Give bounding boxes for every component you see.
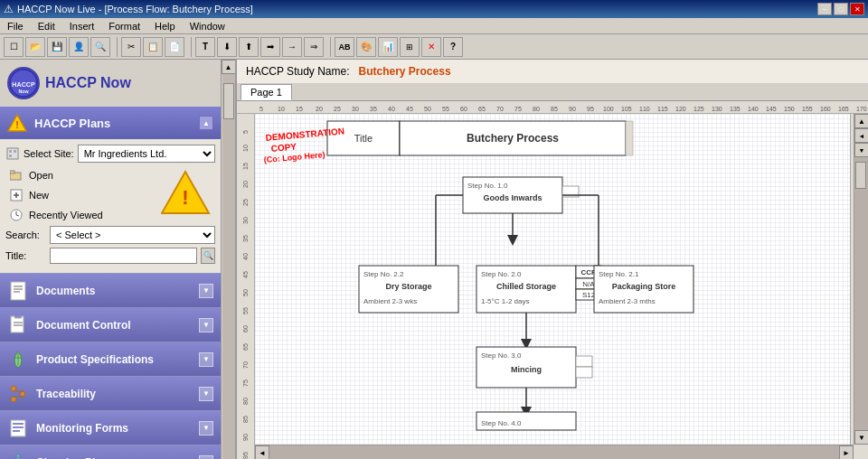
vscroll-thumb[interactable] bbox=[855, 162, 866, 189]
cleanplans-expand[interactable]: ▼ bbox=[199, 455, 213, 460]
search-select[interactable]: < Select > bbox=[50, 226, 215, 244]
svg-rect-24 bbox=[14, 315, 22, 318]
open-icon bbox=[9, 168, 24, 183]
haccp-plans-header: ! HACCP Plans ▲ bbox=[0, 107, 221, 139]
vscroll-up-button[interactable]: ▲ bbox=[854, 114, 868, 128]
svg-text:65: 65 bbox=[242, 343, 249, 351]
svg-text:25: 25 bbox=[334, 106, 341, 112]
close-button[interactable]: ✕ bbox=[850, 3, 864, 15]
documents-label: Documents bbox=[36, 285, 192, 297]
tb-text[interactable]: T bbox=[195, 37, 215, 57]
svg-text:Butchery Process: Butchery Process bbox=[467, 132, 559, 145]
docctrl-expand[interactable]: ▼ bbox=[199, 318, 213, 333]
hscroll-left-button[interactable]: ◄ bbox=[255, 445, 269, 459]
tb-help[interactable]: ? bbox=[443, 37, 463, 57]
tb-user[interactable]: 👤 bbox=[69, 37, 89, 57]
recently-viewed-label[interactable]: Recently Viewed bbox=[29, 210, 103, 220]
title-input[interactable] bbox=[50, 248, 197, 264]
vscroll-nav-left[interactable]: ◄ bbox=[854, 128, 868, 143]
svg-text:115: 115 bbox=[657, 106, 668, 112]
scroll-up-button[interactable]: ▲ bbox=[222, 60, 236, 74]
tb-cut[interactable]: ✂ bbox=[121, 37, 141, 57]
svg-text:25: 25 bbox=[242, 199, 249, 206]
recently-viewed-row: Recently Viewed bbox=[5, 206, 156, 224]
svg-rect-36 bbox=[13, 426, 24, 428]
open-label[interactable]: Open bbox=[29, 170, 53, 181]
hscroll-track bbox=[269, 445, 839, 459]
tb-search[interactable]: 🔍 bbox=[90, 37, 110, 57]
vscroll-down-button[interactable]: ▼ bbox=[854, 430, 868, 445]
nav-traceability[interactable]: Traceability ▼ bbox=[0, 376, 221, 410]
vscroll-nav-down[interactable]: ▼ bbox=[854, 143, 868, 157]
trace-icon bbox=[7, 383, 29, 405]
window-title: HACCP Now Live - [Process Flow: Butchery… bbox=[17, 4, 253, 14]
svg-text:120: 120 bbox=[675, 106, 686, 112]
minimize-button[interactable]: − bbox=[817, 3, 832, 15]
right-panel: HACCP Study Name: Butchery Process Page … bbox=[237, 60, 868, 459]
svg-text:15: 15 bbox=[296, 106, 303, 112]
plans-content: Select Site: Mr Ingredients Ltd. bbox=[0, 139, 221, 273]
svg-text:80: 80 bbox=[533, 106, 540, 112]
tb-right2[interactable]: → bbox=[282, 37, 302, 57]
nav-product-specifications[interactable]: Product Specifications ▼ bbox=[0, 342, 221, 376]
site-select[interactable]: Mr Ingredients Ltd. bbox=[78, 145, 215, 163]
tb-paste[interactable]: 📄 bbox=[165, 37, 184, 57]
svg-text:75: 75 bbox=[514, 106, 522, 112]
study-name-value: Butchery Process bbox=[359, 65, 451, 78]
svg-text:110: 110 bbox=[639, 106, 650, 112]
svg-text:Step No.    2.1: Step No. 2.1 bbox=[599, 270, 639, 278]
menu-window[interactable]: Window bbox=[186, 20, 229, 33]
new-icon bbox=[9, 188, 24, 202]
maximize-button[interactable]: □ bbox=[834, 3, 848, 15]
svg-text:Step No.    4.0: Step No. 4.0 bbox=[481, 419, 522, 427]
tb-copy[interactable]: 📋 bbox=[143, 37, 163, 57]
logo-area: HACCP Now HACCP Now bbox=[0, 60, 221, 107]
svg-text:50: 50 bbox=[242, 289, 249, 296]
documents-expand[interactable]: ▼ bbox=[199, 284, 213, 298]
nav-documents[interactable]: Documents ▼ bbox=[0, 273, 221, 307]
site-label: Select Site: bbox=[24, 148, 74, 159]
haccp-plans-expand[interactable]: ▲ bbox=[199, 116, 213, 130]
tb-right3[interactable]: ⇒ bbox=[304, 37, 324, 57]
menu-help[interactable]: Help bbox=[151, 20, 179, 33]
tb-new[interactable]: ☐ bbox=[4, 37, 24, 57]
svg-text:Chilled Storage: Chilled Storage bbox=[496, 282, 556, 291]
tb-delete[interactable]: ✕ bbox=[421, 37, 441, 57]
warning-icon: ! bbox=[7, 113, 27, 133]
tab-page1[interactable]: Page 1 bbox=[241, 84, 292, 100]
open-row: Open bbox=[5, 166, 156, 184]
prodspec-expand[interactable]: ▼ bbox=[199, 352, 213, 367]
new-label[interactable]: New bbox=[29, 190, 49, 201]
scroll-thumb[interactable] bbox=[223, 83, 234, 119]
warning-triangle: ! bbox=[161, 166, 215, 217]
tb-color[interactable]: 🎨 bbox=[356, 37, 376, 57]
nav-document-control[interactable]: Document Control ▼ bbox=[0, 307, 221, 342]
tb-right1[interactable]: ➡ bbox=[260, 37, 280, 57]
tb-chart[interactable]: 📊 bbox=[378, 37, 398, 57]
trace-expand[interactable]: ▼ bbox=[199, 387, 213, 401]
nav-cleaning-plans[interactable]: Cleaning Plans ▼ bbox=[0, 445, 221, 459]
svg-text:15: 15 bbox=[242, 163, 249, 170]
svg-text:85: 85 bbox=[242, 416, 249, 423]
tb-ab[interactable]: AB bbox=[335, 37, 354, 57]
svg-text:160: 160 bbox=[820, 106, 831, 112]
svg-text:35: 35 bbox=[242, 235, 249, 242]
menu-file[interactable]: File bbox=[4, 20, 27, 33]
tb-up[interactable]: ⬆ bbox=[239, 37, 259, 57]
tb-down[interactable]: ⬇ bbox=[217, 37, 237, 57]
title-search-button[interactable]: 🔍 bbox=[201, 248, 215, 264]
horizontal-scrollbar: ◄ ► bbox=[255, 445, 854, 459]
study-header: HACCP Study Name: Butchery Process bbox=[237, 60, 868, 84]
svg-rect-8 bbox=[9, 155, 12, 157]
menu-format[interactable]: Format bbox=[105, 20, 144, 33]
monforms-expand[interactable]: ▼ bbox=[199, 421, 213, 436]
hscroll-right-button[interactable]: ► bbox=[839, 445, 854, 459]
nav-monitoring-forms[interactable]: Monitoring Forms ▼ bbox=[0, 410, 221, 445]
menu-edit[interactable]: Edit bbox=[34, 20, 59, 33]
menu-insert[interactable]: Insert bbox=[66, 20, 99, 33]
svg-text:!: ! bbox=[182, 186, 188, 209]
svg-text:40: 40 bbox=[388, 106, 395, 112]
tb-grid[interactable]: ⊞ bbox=[400, 37, 420, 57]
tb-open[interactable]: 📂 bbox=[25, 37, 45, 57]
tb-save[interactable]: 💾 bbox=[47, 37, 67, 57]
